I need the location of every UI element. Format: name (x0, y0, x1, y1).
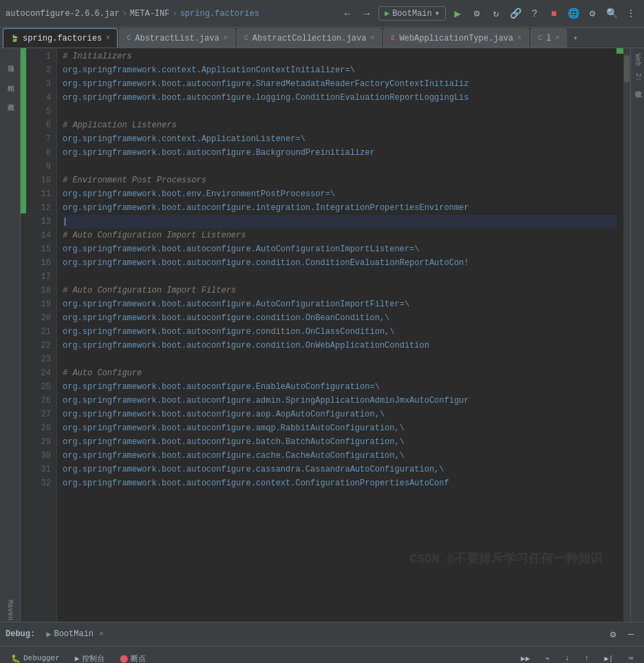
editor-area[interactable]: 1234567891011121314151617181920212223242… (21, 48, 630, 622)
stop-button[interactable]: ■ (546, 6, 561, 21)
debug-close-icon[interactable]: × (99, 630, 104, 638)
code-line-8[interactable]: org.springframework.boot.autoconfigure.B… (63, 146, 616, 160)
resume-button[interactable]: ▶▶ (515, 652, 535, 664)
code-lines[interactable]: # Initializersorg.springframework.contex… (57, 48, 616, 622)
debug-minimize-icon[interactable]: — (623, 627, 638, 642)
code-line-2[interactable]: org.springframework.context.ApplicationC… (63, 63, 616, 77)
code-line-28[interactable]: org.springframework.boot.autoconfigure.a… (63, 421, 616, 435)
code-line-15[interactable]: org.springframework.boot.autoconfigure.A… (63, 242, 616, 256)
debug-bootmain-tab[interactable]: ▶ BootMain × (41, 627, 109, 642)
tab-webapptype-close[interactable]: × (517, 34, 522, 42)
toolbar-icons: ← → ▶ BootMain ▾ ▶ ⚙ ↻ 🔗 ? ■ 🌐 ⚙ 🔍 ⋮ (340, 6, 638, 21)
code-line-14[interactable]: # Auto Configuration Import Listeners (63, 229, 616, 242)
code-line-27[interactable]: org.springframework.boot.autoconfigure.a… (63, 408, 616, 421)
scrollbar[interactable] (623, 48, 630, 622)
code-line-16[interactable]: org.springframework.boot.autoconfigure.c… (63, 256, 616, 270)
code-line-31[interactable]: org.springframework.boot.autoconfigure.c… (63, 463, 616, 476)
sidebar-maven-icon[interactable]: Maven (1, 604, 19, 622)
tab-abstractlist[interactable]: C AbstractList.java × (119, 28, 235, 48)
search-button[interactable]: 🔍 (604, 6, 619, 21)
debugger-label: Debugger (23, 654, 60, 662)
code-line-4[interactable]: org.springframework.boot.autoconfigure.l… (63, 91, 616, 105)
tab-spring-factories-close[interactable]: × (106, 34, 110, 42)
tab-cl[interactable]: C l × (530, 28, 567, 48)
debugger-button[interactable]: 🐛 Debugger (6, 652, 65, 664)
breadcrumb: autoconfigure-2.6.6.jar › META-INF › spr… (6, 9, 337, 19)
breadcrumb-jar[interactable]: autoconfigure-2.6.6.jar (6, 9, 120, 19)
code-line-5[interactable] (63, 105, 616, 118)
spring-factories-icon: 🍃 (10, 34, 19, 43)
breadcrumb-metainf[interactable]: META-INF (130, 9, 170, 19)
reload-button[interactable]: ↻ (489, 6, 504, 21)
run-config-selector[interactable]: ▶ BootMain ▾ (378, 6, 446, 21)
code-line-10[interactable]: # Environment Post Processors (63, 173, 616, 187)
step-into-button[interactable]: ↓ (559, 652, 575, 663)
code-line-25[interactable]: org.springframework.boot.autoconfigure.E… (63, 380, 616, 394)
tab-webapptype[interactable]: E WebApplicationType.java × (383, 28, 529, 48)
settings-button[interactable]: ⚙ (585, 6, 600, 21)
code-line-18[interactable]: # Auto Configuration Import Filters (63, 284, 616, 297)
step-over-button[interactable]: ↷ (539, 652, 555, 664)
line-number-10: 10 (26, 173, 51, 187)
line-number-32: 32 (26, 476, 51, 490)
code-line-20[interactable]: org.springframework.boot.autoconfigure.c… (63, 311, 616, 325)
tab-abstractcollection[interactable]: C AbstractCollection.java × (237, 28, 383, 48)
code-line-7[interactable]: org.springframework.context.ApplicationL… (63, 132, 616, 146)
code-line-32[interactable]: org.springframework.boot.autoconfigure.c… (63, 476, 616, 490)
gutter-mark-modified (21, 48, 26, 213)
run-to-cursor-button[interactable]: ▶| (599, 652, 619, 664)
debugger-icon: 🐛 (11, 654, 21, 663)
line-number-25: 25 (26, 380, 51, 394)
run-config-dropdown-icon[interactable]: ▾ (435, 8, 440, 19)
code-line-1[interactable]: # Initializers (63, 50, 616, 63)
code-line-13[interactable]: | (63, 215, 616, 229)
console-button[interactable]: ▶ 控制台 (69, 651, 111, 664)
tab-cl-close[interactable]: × (555, 34, 559, 42)
line-number-3: 3 (26, 77, 51, 91)
code-line-26[interactable]: org.springframework.boot.autoconfigure.a… (63, 394, 616, 408)
scrollbar-thumb[interactable] (624, 55, 630, 83)
code-line-22[interactable]: org.springframework.boot.autoconfigure.c… (63, 339, 616, 352)
back-button[interactable]: ← (340, 6, 355, 21)
tab-abstractlist-close[interactable]: × (224, 34, 228, 42)
browser-button[interactable]: 🌐 (566, 6, 581, 21)
step-out-button[interactable]: ↑ (579, 652, 595, 663)
code-line-3[interactable]: org.springframework.boot.autoconfigure.S… (63, 77, 616, 91)
code-line-12[interactable]: org.springframework.boot.autoconfigure.i… (63, 201, 616, 215)
run-button[interactable]: ▶ (450, 6, 465, 21)
sidebar-favorites-icon[interactable]: 收藏 (1, 90, 19, 107)
code-line-29[interactable]: org.springframework.boot.autoconfigure.b… (63, 435, 616, 449)
code-line-23[interactable] (63, 352, 616, 366)
line-number-20: 20 (26, 311, 51, 325)
code-line-6[interactable]: # Application Listeners (63, 118, 616, 132)
code-line-11[interactable]: org.springframework.boot.env.Environment… (63, 187, 616, 201)
tab-spring-factories[interactable]: 🍃 spring.factories × (3, 28, 118, 48)
menu-button[interactable]: ⋮ (623, 6, 638, 21)
forward-button[interactable]: → (359, 6, 374, 21)
code-line-24[interactable]: # Auto Configure (63, 366, 616, 380)
tab-webapptype-label: WebApplicationType.java (399, 34, 513, 43)
debug-settings-icon[interactable]: ⚙ (605, 627, 621, 642)
right-sidebar-2-label[interactable]: 2: 收藏 (633, 70, 643, 88)
help-button[interactable]: ? (527, 6, 542, 21)
webapptype-icon: E (391, 34, 395, 42)
right-sidebar-web-label[interactable]: Web (634, 51, 641, 69)
code-line-21[interactable]: org.springframework.boot.autoconfigure.c… (63, 325, 616, 339)
code-line-19[interactable]: org.springframework.boot.autoconfigure.A… (63, 297, 616, 311)
sidebar-project-icon[interactable]: 项目 (1, 51, 19, 69)
evaluate-button[interactable]: ⌨ (623, 652, 638, 664)
breadcrumb-file[interactable]: spring.factories (180, 9, 259, 19)
attach-button[interactable]: 🔗 (508, 6, 523, 21)
breakpoints-button[interactable]: ⬤ 断点 (114, 651, 151, 664)
sidebar-structure-icon[interactable]: 结构 (1, 70, 19, 88)
code-line-9[interactable] (63, 160, 616, 173)
code-line-30[interactable]: org.springframework.boot.autoconfigure.c… (63, 449, 616, 463)
left-sidebar: 项目 结构 收藏 Maven (0, 48, 21, 622)
tabs-overflow-button[interactable]: ▾ (568, 28, 582, 48)
line-number-21: 21 (26, 325, 51, 339)
tab-abstractcollection-close[interactable]: × (370, 34, 374, 42)
code-line-17[interactable] (63, 270, 616, 284)
line-number-9: 9 (26, 160, 51, 173)
build-button[interactable]: ⚙ (469, 6, 484, 21)
console-icon: ▶ (75, 654, 80, 663)
